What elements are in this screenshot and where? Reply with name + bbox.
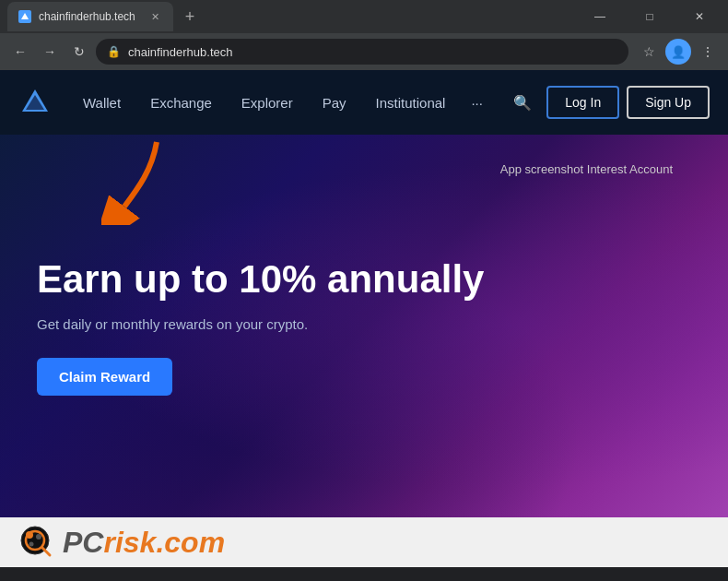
search-icon[interactable]: 🔍 [506,86,539,119]
svg-point-7 [26,531,33,539]
hero-section: App screenshot Interest Account Earn up … [0,135,728,517]
tab-bar: chainfinderhub.tech ✕ + — □ ✕ [0,0,728,33]
tab-close-button[interactable]: ✕ [147,9,162,24]
maximize-button[interactable]: □ [628,2,671,31]
minimize-button[interactable]: — [579,2,621,31]
site-navbar: Wallet Exchange Explorer Pay Institution… [0,70,728,135]
close-button[interactable]: ✕ [678,2,721,31]
nav-exchange[interactable]: Exchange [137,88,225,118]
webpage: Wallet Exchange Explorer Pay Institution… [0,70,728,517]
back-button[interactable]: ← [7,39,33,65]
active-tab[interactable]: chainfinderhub.tech ✕ [7,2,173,31]
reload-button[interactable]: ↻ [66,39,92,65]
nav-links: Wallet Exchange Explorer Pay Institution… [70,88,506,118]
nav-wallet[interactable]: Wallet [70,88,134,118]
signup-button[interactable]: Sign Up [627,86,710,119]
auth-buttons: Log In Sign Up [546,86,710,119]
url-text: chainfinderhub.tech [128,45,232,59]
pcrisk-risk: risk [103,526,156,559]
address-actions: ☆ 👤 ⋮ [636,39,721,65]
tab-favicon [18,10,31,23]
login-button[interactable]: Log In [546,86,619,119]
window-controls: — □ ✕ [579,2,721,31]
pcrisk-domain: .com [156,526,225,559]
nav-pay[interactable]: Pay [310,88,359,118]
svg-marker-0 [21,13,29,19]
browser-window: chainfinderhub.tech ✕ + — □ ✕ ← → ↻ 🔒 ch… [0,0,728,567]
nav-institutional[interactable]: Institutional [363,88,459,118]
svg-point-9 [29,542,34,547]
site-nav-wrapper: Wallet Exchange Explorer Pay Institution… [0,70,728,135]
bookmark-icon[interactable]: ☆ [636,39,662,65]
tab-title: chainfinderhub.tech [39,10,140,23]
app-screenshot: App screenshot Interest Account [500,162,673,176]
pcrisk-brand-text: PCrisk.com [63,526,225,560]
menu-icon[interactable]: ⋮ [695,39,721,65]
pcrisk-pc: PC [63,526,103,559]
claim-reward-button[interactable]: Claim Reward [37,358,172,396]
footer-watermark: PCrisk.com [0,517,728,567]
pcrisk-icon [18,524,55,561]
nav-explorer[interactable]: Explorer [229,88,306,118]
address-bar: ← → ↻ 🔒 chainfinderhub.tech ☆ 👤 ⋮ [0,33,728,70]
nav-more-button[interactable]: ··· [462,88,492,118]
site-logo[interactable] [18,86,52,119]
forward-button[interactable]: → [37,39,63,65]
hero-title: Earn up to 10% annually [37,257,498,302]
new-tab-button[interactable]: + [177,4,203,30]
pcrisk-logo: PCrisk.com [18,524,225,561]
profile-button[interactable]: 👤 [665,39,691,65]
security-icon: 🔒 [107,45,121,58]
url-bar[interactable]: 🔒 chainfinderhub.tech [96,39,628,65]
hero-subtitle: Get daily or monthly rewards on your cry… [37,316,691,332]
svg-point-8 [36,534,41,540]
